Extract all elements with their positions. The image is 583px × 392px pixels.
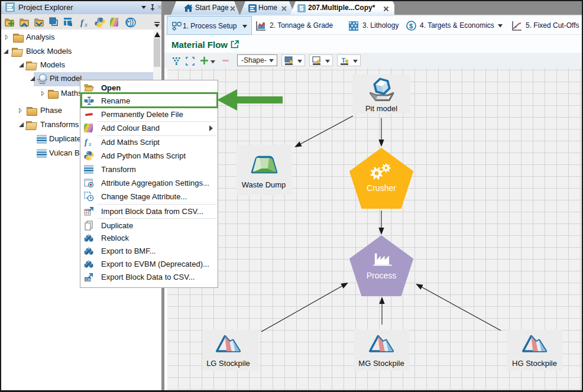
svg-text:f: f	[80, 18, 85, 27]
svg-text:CSV: CSV	[85, 278, 92, 281]
svg-text:x: x	[88, 141, 92, 147]
svg-text:LG Stockpile: LG Stockpile	[206, 359, 250, 368]
svg-text:f: f	[85, 138, 88, 147]
svg-text:Pit model: Pit model	[365, 104, 397, 113]
svg-text:T: T	[342, 57, 346, 64]
svg-text:Process: Process	[367, 271, 397, 280]
svg-text:HG Stockpile: HG Stockpile	[512, 359, 557, 368]
svg-text:Waste Dump: Waste Dump	[242, 180, 286, 189]
svg-text:MG Stockpile: MG Stockpile	[358, 359, 404, 368]
svg-text:x: x	[84, 21, 88, 28]
svg-text:Crusher: Crusher	[367, 183, 396, 193]
svg-text:$: $	[409, 22, 413, 30]
